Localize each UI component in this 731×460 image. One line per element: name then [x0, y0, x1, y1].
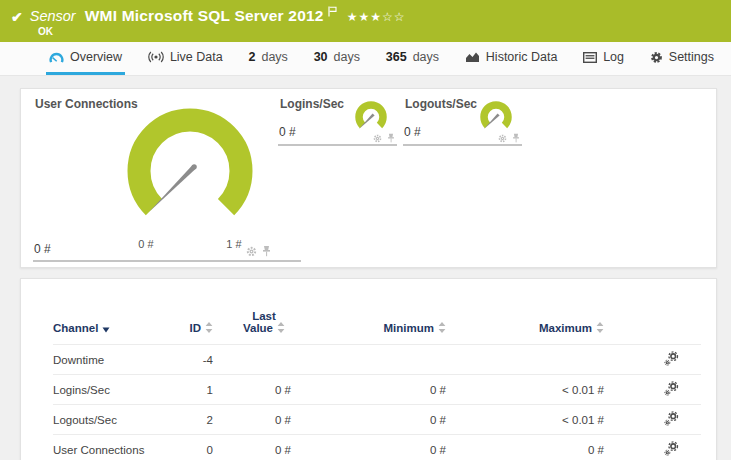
- table-row[interactable]: Logins/Sec 1 0 # 0 # < 0.01 #: [53, 375, 701, 405]
- cell-last-value: 0 #: [213, 405, 291, 435]
- tab-2-days-unit: days: [261, 50, 287, 64]
- table-row[interactable]: Logouts/Sec 2 0 # 0 # < 0.01 #: [53, 405, 701, 435]
- flag-icon[interactable]: [328, 6, 337, 17]
- cell-channel: Logins/Sec: [53, 375, 183, 405]
- cell-maximum: [446, 345, 604, 375]
- cell-minimum: 0 #: [291, 405, 446, 435]
- tab-live-data-label: Live Data: [170, 50, 223, 64]
- tab-settings[interactable]: Settings: [647, 42, 717, 75]
- gauge-last-value: 0 #: [279, 125, 296, 139]
- cell-last-value: 0 #: [213, 435, 291, 460]
- cell-id: -4: [183, 345, 213, 375]
- sensor-status-header: ✔ Sensor WMI Microsoft SQL Server 2012 ★…: [0, 0, 731, 42]
- gauge-gear-icon[interactable]: [498, 134, 507, 143]
- cell-minimum: 0 #: [291, 375, 446, 405]
- channel-settings-gears-icon[interactable]: [664, 411, 679, 428]
- channel-cell-logins[interactable]: Logins/Sec 0 #: [278, 94, 397, 146]
- gauge-icon: [49, 51, 64, 64]
- cell-last-value: 0 #: [213, 375, 291, 405]
- tab-2-days-number: 2: [249, 50, 256, 64]
- sort-icon: [438, 323, 446, 335]
- logouts-gauge: [476, 97, 516, 137]
- cell-channel: User Connections: [53, 435, 183, 460]
- ok-check-icon: ✔: [11, 9, 23, 25]
- gauge-pin-icon[interactable]: [262, 245, 271, 257]
- sort-icon: [205, 323, 213, 335]
- channels-table: Channel ID Last Value Minimum Maximum: [53, 279, 701, 460]
- column-header-channel[interactable]: Channel: [53, 279, 183, 345]
- tab-log[interactable]: Log: [580, 42, 627, 75]
- tab-365-days[interactable]: 365 days: [383, 42, 442, 75]
- channel-settings-gears-icon[interactable]: [664, 351, 679, 368]
- gauge-last-value: 0 #: [34, 242, 51, 256]
- tab-overview-label: Overview: [70, 50, 122, 64]
- column-header-last-value[interactable]: Last Value: [213, 279, 291, 345]
- sort-icon: [277, 323, 285, 335]
- column-header-settings: [604, 279, 701, 345]
- gauge-pin-icon[interactable]: [387, 133, 395, 143]
- gauge-pin-icon[interactable]: [512, 133, 520, 143]
- sort-desc-icon: [102, 323, 110, 335]
- gauge-last-value: 0 #: [404, 125, 421, 139]
- tab-365-days-number: 365: [386, 50, 407, 64]
- tab-settings-label: Settings: [669, 50, 714, 64]
- rating-stars-filled[interactable]: ★★★: [347, 10, 382, 24]
- gauge-scale-min: 0 #: [126, 238, 166, 250]
- gauge-title: Logouts/Sec: [405, 97, 477, 111]
- channel-cell-user-connections[interactable]: User Connections 0 # 1 # 0 #: [33, 94, 301, 262]
- tab-365-days-unit: days: [413, 50, 439, 64]
- sensor-title: WMI Microsoft SQL Server 2012: [85, 7, 324, 25]
- cell-maximum: < 0.01 #: [446, 375, 604, 405]
- log-list-icon: [583, 52, 597, 63]
- tab-30-days[interactable]: 30 days: [311, 42, 363, 75]
- gauge-gear-icon[interactable]: [246, 246, 257, 257]
- settings-gear-icon: [650, 51, 663, 64]
- channel-settings-gears-icon[interactable]: [664, 441, 679, 458]
- tab-overview[interactable]: Overview: [46, 42, 125, 75]
- column-header-minimum[interactable]: Minimum: [291, 279, 446, 345]
- column-header-id[interactable]: ID: [183, 279, 213, 345]
- channel-cell-logouts[interactable]: Logouts/Sec 0 #: [403, 94, 522, 146]
- prtg-sensor-page: { "header": { "kind": "Sensor", "title":…: [0, 0, 731, 460]
- cell-channel: Logouts/Sec: [53, 405, 183, 435]
- gauge-title: Logins/Sec: [280, 97, 344, 111]
- cell-channel: Downtime: [53, 345, 183, 375]
- cell-minimum: 0 #: [291, 435, 446, 460]
- tab-live-data[interactable]: Live Data: [145, 42, 226, 75]
- logins-gauge: [351, 97, 391, 137]
- cell-minimum: [291, 345, 446, 375]
- tab-historic-data[interactable]: Historic Data: [462, 42, 561, 75]
- tab-30-days-unit: days: [334, 50, 360, 64]
- cell-maximum: < 0.01 #: [446, 405, 604, 435]
- channel-settings-gears-icon[interactable]: [664, 381, 679, 398]
- user-connections-gauge: [115, 96, 265, 246]
- cell-maximum: 0 #: [446, 435, 604, 460]
- table-header-row: Channel ID Last Value Minimum Maximum: [53, 279, 701, 345]
- tab-historic-data-label: Historic Data: [486, 50, 558, 64]
- table-row[interactable]: Downtime -4: [53, 345, 701, 375]
- tab-30-days-number: 30: [314, 50, 328, 64]
- live-signal-icon: [148, 51, 164, 63]
- cell-last-value: [213, 345, 291, 375]
- column-header-maximum[interactable]: Maximum: [446, 279, 604, 345]
- rating-stars-empty[interactable]: ☆☆: [382, 10, 406, 24]
- table-row[interactable]: User Connections 0 0 # 0 # 0 #: [53, 435, 701, 460]
- object-kind-label: Sensor: [30, 8, 76, 24]
- historic-chart-icon: [465, 51, 480, 63]
- tab-bar: Overview Live Data 2 days 30 days 365 da…: [0, 42, 731, 76]
- tab-2-days[interactable]: 2 days: [246, 42, 291, 75]
- sort-icon: [596, 323, 604, 335]
- cell-id: 0: [183, 435, 213, 460]
- channels-table-panel: Channel ID Last Value Minimum Maximum: [20, 278, 717, 460]
- cell-id: 1: [183, 375, 213, 405]
- gauges-panel: User Connections 0 # 1 # 0 #: [20, 88, 717, 268]
- gauge-gear-icon[interactable]: [373, 134, 382, 143]
- cell-id: 2: [183, 405, 213, 435]
- rating-stars[interactable]: ★★★☆☆: [347, 10, 406, 24]
- tab-log-label: Log: [603, 50, 624, 64]
- status-badge: OK: [38, 26, 53, 37]
